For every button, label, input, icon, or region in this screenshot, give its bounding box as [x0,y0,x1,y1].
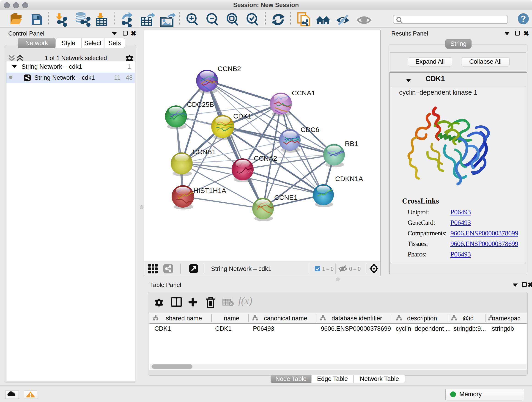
svg-text:String Network – cdk1: String Network – cdk1 [211,265,272,272]
svg-text:CCNB1: CCNB1 [192,148,216,156]
svg-text:CCNE1: CCNE1 [274,194,298,201]
svg-text:description: description [407,315,437,322]
svg-text:CDC25B: CDC25B [187,101,214,108]
svg-text:CDC6: CDC6 [301,126,319,133]
svg-text:CCNA1: CCNA1 [292,89,315,97]
svg-text:CDKN1A: CDKN1A [335,175,363,182]
svg-text:@id: @id [462,315,474,322]
svg-text:RB1: RB1 [345,140,358,147]
svg-text:CDK1: CDK1 [233,112,252,120]
svg-text:CCNA2: CCNA2 [254,154,277,162]
svg-text:0 – 0: 0 – 0 [349,265,361,272]
svg-text:canonical name: canonical name [264,315,307,322]
svg-text:?: ? [520,14,526,24]
svg-text:namespac: namespac [492,315,520,322]
svg-text:shared name: shared name [166,315,202,322]
svg-text:name: name [224,315,239,322]
svg-text:1 – 0: 1 – 0 [322,265,334,272]
svg-text:CCNB2: CCNB2 [218,65,241,72]
svg-text:f(x): f(x) [238,295,252,306]
svg-text:HIST1H1A: HIST1H1A [193,187,226,194]
svg-text:database identifier: database identifier [331,315,382,322]
